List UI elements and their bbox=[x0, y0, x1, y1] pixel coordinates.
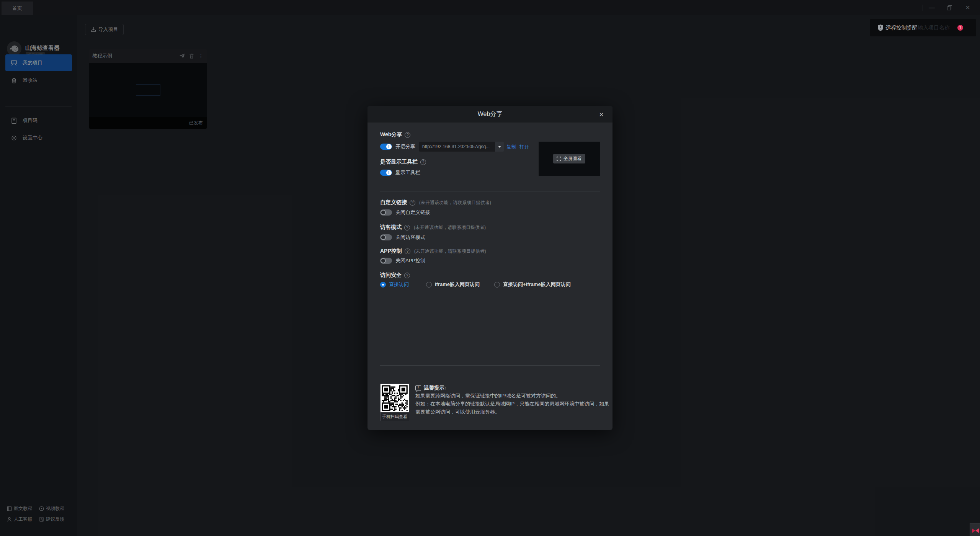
notification-label: 远程控制提醒 bbox=[885, 25, 918, 31]
modal-divider bbox=[380, 191, 600, 191]
radio-unselected-icon bbox=[494, 282, 500, 288]
section-label-text: APP控制 bbox=[380, 248, 402, 255]
radio-label: iframe嵌入网页访问 bbox=[435, 281, 480, 288]
share-url-input[interactable]: http://192.168.31.202:5057/gsq... bbox=[419, 142, 495, 152]
qr-caption: 手机扫码查看 bbox=[381, 412, 409, 421]
feature-unavailable-note: (未开通该功能，请联系项目提供者) bbox=[414, 224, 486, 231]
app-control-section-label: APP控制 ? (未开通该功能，请联系项目提供者) bbox=[380, 248, 486, 255]
access-security-section-label: 访问安全 ? bbox=[380, 272, 410, 279]
custom-link-toggle[interactable] bbox=[380, 209, 392, 216]
web-share-modal: Web分享 ✕ Web分享 ? 开启分享 http://192.168.31.2… bbox=[368, 106, 612, 430]
share-preview-panel: 全屏查看 bbox=[539, 142, 600, 176]
modal-title: Web分享 bbox=[478, 110, 503, 118]
radio-direct-plus-iframe-access[interactable]: 直接访问+iframe嵌入网页访问 bbox=[494, 281, 571, 288]
radio-unselected-icon bbox=[426, 282, 432, 288]
section-label-text: 自定义链接 bbox=[380, 199, 407, 206]
tip-bubble-icon: ! bbox=[415, 385, 421, 391]
radio-iframe-access[interactable]: iframe嵌入网页访问 bbox=[426, 281, 480, 288]
help-icon[interactable]: ? bbox=[410, 200, 415, 206]
web-share-section-label: Web分享 ? bbox=[380, 131, 410, 138]
section-label-text: 是否显示工具栏 bbox=[380, 159, 418, 165]
help-icon[interactable]: ? bbox=[405, 132, 410, 138]
tips-line: 例如：在本地电脑分享的链接默认是局域网IP，只能在相同的局域网环境中被访问，如果 bbox=[415, 400, 609, 407]
chevron-down-icon bbox=[498, 146, 501, 148]
toolbar-toggle[interactable] bbox=[380, 170, 392, 176]
access-security-options: 直接访问 iframe嵌入网页访问 直接访问+iframe嵌入网页访问 bbox=[380, 281, 571, 288]
tips-title: ! 温馨提示: bbox=[415, 384, 446, 391]
feature-unavailable-note: (未开通该功能，请联系项目提供者) bbox=[419, 199, 491, 206]
fullscreen-icon bbox=[557, 157, 561, 161]
radio-selected-icon bbox=[380, 282, 386, 288]
qr-code bbox=[381, 384, 409, 412]
modal-divider bbox=[380, 365, 600, 366]
notification-count-badge: 1 bbox=[957, 25, 963, 31]
modal-close-icon[interactable]: ✕ bbox=[597, 110, 606, 119]
copy-link-button[interactable]: 复制 bbox=[506, 144, 516, 150]
guest-mode-toggle[interactable] bbox=[380, 234, 392, 240]
red-bowtie-icon bbox=[972, 528, 979, 534]
toolbar-section-label: 是否显示工具栏 ? bbox=[380, 159, 426, 165]
remote-control-notification[interactable]: 远程控制提醒 输入项目名称 1 bbox=[870, 19, 976, 36]
shield-alert-icon bbox=[878, 25, 883, 31]
help-icon[interactable]: ? bbox=[404, 273, 410, 278]
radio-direct-access[interactable]: 直接访问 bbox=[380, 281, 409, 288]
feature-unavailable-note: (未开通该功能，请联系项目提供者) bbox=[414, 248, 486, 255]
modal-header: Web分享 ✕ bbox=[368, 106, 612, 123]
app-control-toggle-label: 关闭APP控制 bbox=[395, 257, 425, 264]
radio-label: 直接访问+iframe嵌入网页访问 bbox=[503, 281, 571, 288]
corner-widget[interactable] bbox=[970, 523, 980, 536]
url-dropdown-button[interactable] bbox=[495, 142, 504, 152]
app-window: 首页 — ✕ 山海鲸查看器 项目部署 bbox=[0, 0, 980, 536]
section-label-text: Web分享 bbox=[380, 131, 402, 138]
fullscreen-view-button[interactable]: 全屏查看 bbox=[553, 154, 585, 163]
help-icon[interactable]: ? bbox=[405, 248, 410, 254]
radio-label: 直接访问 bbox=[389, 281, 409, 288]
open-link-button[interactable]: 打开 bbox=[519, 144, 529, 150]
qr-code-box: 手机扫码查看 bbox=[380, 384, 409, 421]
share-toggle-label: 开启分享 bbox=[395, 143, 415, 150]
tips-line: 如果需要跨网络访问，需保证链接中的IP/域名是可被对方访问的。 bbox=[415, 392, 561, 399]
search-input-ghost-placeholder: 输入项目名称 bbox=[918, 25, 950, 31]
fullscreen-label: 全屏查看 bbox=[564, 155, 582, 162]
section-label-text: 访客模式 bbox=[380, 224, 402, 231]
custom-link-toggle-label: 关闭自定义链接 bbox=[395, 209, 430, 216]
app-control-toggle[interactable] bbox=[380, 258, 392, 264]
help-icon[interactable]: ? bbox=[420, 159, 426, 165]
tips-title-text: 温馨提示: bbox=[424, 384, 446, 391]
section-label-text: 访问安全 bbox=[380, 272, 402, 279]
custom-link-section-label: 自定义链接 ? (未开通该功能，请联系项目提供者) bbox=[380, 199, 491, 206]
tips-line: 需要被公网访问，可以使用云服务器。 bbox=[415, 409, 500, 415]
help-icon[interactable]: ? bbox=[404, 225, 410, 230]
guest-mode-toggle-label: 关闭访客模式 bbox=[395, 234, 425, 241]
toolbar-toggle-label: 显示工具栏 bbox=[395, 169, 420, 176]
share-toggle[interactable] bbox=[380, 144, 392, 150]
guest-mode-section-label: 访客模式 ? (未开通该功能，请联系项目提供者) bbox=[380, 224, 486, 231]
